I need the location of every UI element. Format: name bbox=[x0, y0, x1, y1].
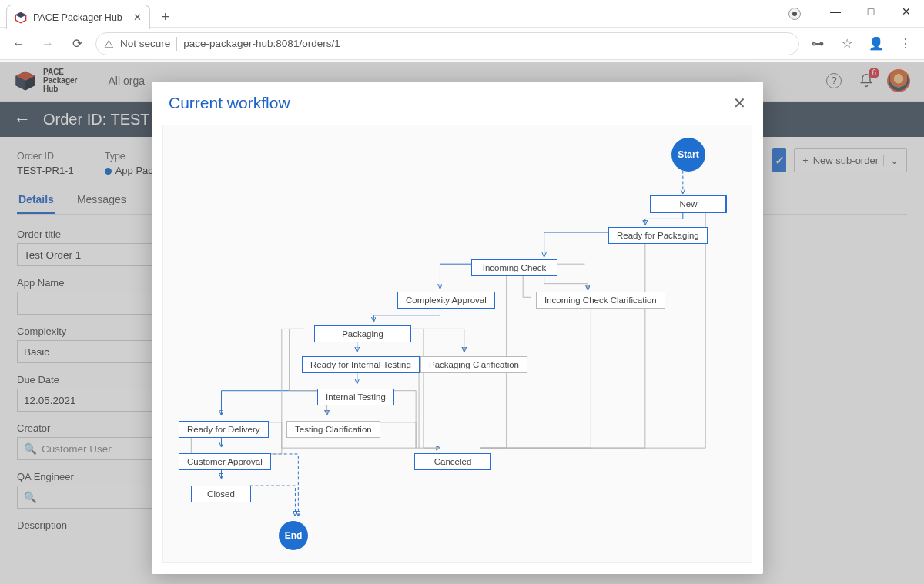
wf-ready-for-delivery-node[interactable]: Ready for Delivery bbox=[179, 421, 269, 438]
wf-packaging-node[interactable]: Packaging bbox=[314, 325, 411, 342]
tab-close-icon[interactable]: ✕ bbox=[133, 12, 142, 23]
wf-incoming-check-clar-node[interactable]: Incoming Check Clarification bbox=[536, 292, 665, 309]
nav-reload-button[interactable]: ⟳ bbox=[66, 33, 88, 55]
maximize-icon: □ bbox=[868, 5, 874, 18]
browser-tab[interactable]: PACE Packager Hub ✕ bbox=[6, 5, 150, 29]
wf-customer-approval-node[interactable]: Customer Approval bbox=[179, 453, 271, 470]
modal-close-button[interactable]: ✕ bbox=[733, 94, 746, 112]
wf-start-node[interactable]: Start bbox=[671, 138, 705, 172]
profile-avatar-icon[interactable]: 👤 bbox=[865, 33, 887, 55]
nav-back-button[interactable]: ← bbox=[8, 33, 29, 55]
minimize-icon: — bbox=[830, 5, 841, 18]
security-label: Not secure bbox=[120, 38, 170, 49]
workflow-modal: Current workflow ✕ bbox=[152, 82, 763, 574]
wf-complexity-approval-node[interactable]: Complexity Approval bbox=[397, 292, 495, 309]
key-icon[interactable]: ⊶ bbox=[807, 33, 829, 55]
modal-title: Current workflow bbox=[169, 94, 290, 112]
wf-end-node[interactable]: End bbox=[279, 521, 308, 550]
favicon-icon bbox=[15, 12, 27, 24]
window-minimize-button[interactable]: — bbox=[818, 0, 853, 23]
window-close-button[interactable]: ✕ bbox=[889, 0, 924, 23]
wf-internal-testing-node[interactable]: Internal Testing bbox=[317, 389, 394, 405]
window-maximize-button[interactable]: □ bbox=[853, 0, 889, 23]
wf-ready-for-packaging-node[interactable]: Ready for Packaging bbox=[608, 227, 708, 244]
chrome-profile-dot[interactable] bbox=[788, 8, 801, 20]
url-text: pace-packager-hub:8081/orders/1 bbox=[183, 38, 340, 49]
browser-tab-strip: PACE Packager Hub ✕ + bbox=[6, 5, 176, 29]
wf-packaging-clar-node[interactable]: Packaging Clarification bbox=[420, 356, 527, 373]
bookmark-star-icon[interactable]: ☆ bbox=[836, 33, 858, 55]
wf-rfit-node[interactable]: Ready for Internal Testing bbox=[302, 356, 420, 373]
wf-canceled-node[interactable]: Canceled bbox=[414, 453, 491, 470]
close-icon: ✕ bbox=[902, 5, 911, 18]
new-tab-button[interactable]: + bbox=[155, 6, 176, 28]
wf-incoming-check-node[interactable]: Incoming Check bbox=[471, 259, 557, 276]
workflow-canvas[interactable]: Start New Ready for Packaging Incoming C… bbox=[162, 125, 752, 563]
browser-toolbar: ← → ⟳ ⚠ Not secure pace-packager-hub:808… bbox=[0, 28, 924, 60]
omnibox-separator bbox=[176, 37, 177, 51]
not-secure-icon: ⚠ bbox=[104, 38, 114, 50]
address-bar[interactable]: ⚠ Not secure pace-packager-hub:8081/orde… bbox=[95, 32, 799, 55]
wf-new-node[interactable]: New bbox=[650, 195, 727, 213]
wf-closed-node[interactable]: Closed bbox=[191, 486, 251, 502]
wf-testing-clar-node[interactable]: Testing Clarification bbox=[286, 421, 380, 438]
kebab-menu-icon[interactable]: ⋮ bbox=[895, 33, 916, 55]
nav-forward-button: → bbox=[37, 33, 59, 55]
tab-title: PACE Packager Hub bbox=[33, 12, 122, 23]
